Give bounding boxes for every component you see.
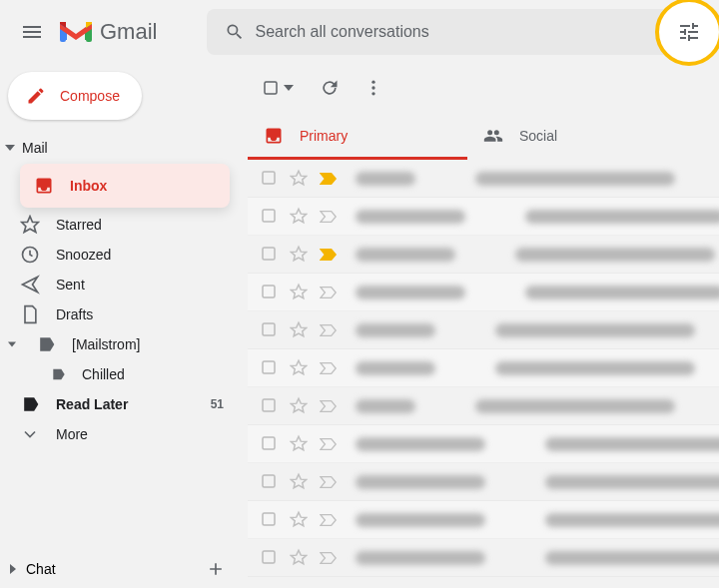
gmail-logo-icon — [60, 20, 92, 44]
compose-label: Compose — [60, 88, 120, 104]
star-button[interactable] — [290, 245, 310, 265]
svg-rect-9 — [265, 82, 277, 94]
svg-rect-20 — [263, 286, 275, 297]
importance-marker[interactable] — [320, 513, 340, 527]
svg-marker-8 — [8, 342, 16, 347]
nav-snoozed[interactable]: Snoozed — [0, 240, 240, 270]
chat-toggle[interactable]: Chat — [8, 561, 200, 577]
email-row[interactable] — [248, 539, 719, 577]
more-actions-button[interactable] — [354, 68, 393, 108]
tab-primary[interactable]: Primary — [248, 112, 467, 160]
email-subject — [475, 399, 675, 413]
main-menu-button[interactable] — [8, 8, 56, 56]
search-options-button[interactable] — [655, 0, 719, 66]
email-row[interactable] — [248, 387, 719, 425]
importance-marker[interactable] — [320, 475, 340, 489]
email-row[interactable] — [248, 160, 719, 198]
importance-marker[interactable] — [320, 551, 340, 565]
svg-rect-18 — [263, 248, 275, 260]
email-subject — [495, 361, 695, 375]
nav-more[interactable]: More — [0, 419, 240, 449]
email-checkbox[interactable] — [260, 396, 280, 416]
tab-social[interactable]: Social — [467, 112, 687, 160]
email-checkbox[interactable] — [260, 434, 280, 454]
email-subject — [545, 475, 719, 489]
email-row[interactable] — [248, 501, 719, 539]
email-checkbox[interactable] — [260, 207, 280, 227]
svg-point-13 — [371, 92, 374, 95]
importance-marker[interactable] — [320, 286, 340, 299]
email-row[interactable] — [248, 311, 719, 349]
nav-list: Inbox Starred Snoozed Sent Drafts [M — [0, 164, 240, 449]
email-checkbox[interactable] — [260, 510, 280, 530]
email-sender — [356, 513, 485, 527]
caret-down-icon — [284, 83, 294, 93]
mail-section-header[interactable]: Mail — [0, 136, 240, 160]
email-subject — [515, 248, 715, 262]
star-icon — [20, 215, 40, 235]
importance-marker[interactable] — [320, 248, 340, 262]
svg-marker-6 — [22, 217, 39, 233]
svg-marker-23 — [292, 322, 307, 336]
checkbox-icon — [262, 79, 280, 97]
svg-marker-33 — [292, 512, 307, 526]
star-button[interactable] — [290, 510, 310, 530]
svg-rect-32 — [263, 513, 275, 525]
refresh-button[interactable] — [310, 68, 350, 108]
nav-chilled[interactable]: Chilled — [0, 359, 240, 389]
email-checkbox[interactable] — [260, 283, 280, 302]
clock-icon — [20, 245, 40, 265]
select-all-dropdown[interactable] — [258, 75, 298, 101]
nav-read-later[interactable]: Read Later 51 — [0, 389, 240, 419]
importance-marker[interactable] — [320, 172, 340, 186]
plus-icon — [206, 559, 226, 579]
star-button[interactable] — [290, 283, 310, 302]
star-button[interactable] — [290, 396, 310, 416]
nav-sent[interactable]: Sent — [0, 270, 240, 299]
email-checkbox[interactable] — [260, 320, 280, 340]
label-icon — [50, 364, 66, 384]
importance-marker[interactable] — [320, 437, 340, 451]
star-button[interactable] — [290, 320, 310, 340]
sidebar: Compose Mail Inbox Starred Snoozed Sent — [0, 64, 240, 588]
new-chat-button[interactable] — [200, 553, 232, 585]
email-subject — [545, 513, 719, 527]
svg-rect-22 — [263, 323, 275, 335]
search-button[interactable] — [215, 12, 255, 52]
email-row[interactable] — [248, 236, 719, 274]
caret-down-icon — [4, 340, 20, 348]
svg-marker-35 — [292, 550, 307, 564]
email-row[interactable] — [248, 349, 719, 387]
importance-marker[interactable] — [320, 399, 340, 413]
email-sender — [356, 361, 435, 375]
svg-marker-36 — [10, 564, 16, 574]
email-checkbox[interactable] — [260, 472, 280, 492]
email-checkbox[interactable] — [260, 169, 280, 189]
star-button[interactable] — [290, 548, 310, 568]
nav-drafts[interactable]: Drafts — [0, 299, 240, 329]
email-checkbox[interactable] — [260, 245, 280, 265]
importance-marker[interactable] — [320, 361, 340, 375]
compose-button[interactable]: Compose — [8, 72, 142, 120]
nav-inbox[interactable]: Inbox — [20, 164, 230, 208]
star-button[interactable] — [290, 207, 310, 227]
star-button[interactable] — [290, 358, 310, 378]
app-name: Gmail — [100, 19, 157, 45]
nav-mailstrom[interactable]: [Mailstrom] — [0, 329, 240, 359]
importance-marker[interactable] — [320, 210, 340, 224]
gmail-logo[interactable]: Gmail — [60, 19, 187, 45]
email-row[interactable] — [248, 463, 719, 501]
star-button[interactable] — [290, 472, 310, 492]
nav-starred[interactable]: Starred — [0, 210, 240, 240]
email-checkbox[interactable] — [260, 548, 280, 568]
email-row[interactable] — [248, 425, 719, 463]
star-button[interactable] — [290, 434, 310, 454]
svg-rect-14 — [263, 172, 275, 184]
email-row[interactable] — [248, 274, 719, 311]
svg-point-11 — [371, 81, 374, 84]
email-row[interactable] — [248, 198, 719, 236]
importance-marker[interactable] — [320, 323, 340, 337]
search-input[interactable] — [255, 23, 711, 41]
email-checkbox[interactable] — [260, 358, 280, 378]
star-button[interactable] — [290, 169, 310, 189]
